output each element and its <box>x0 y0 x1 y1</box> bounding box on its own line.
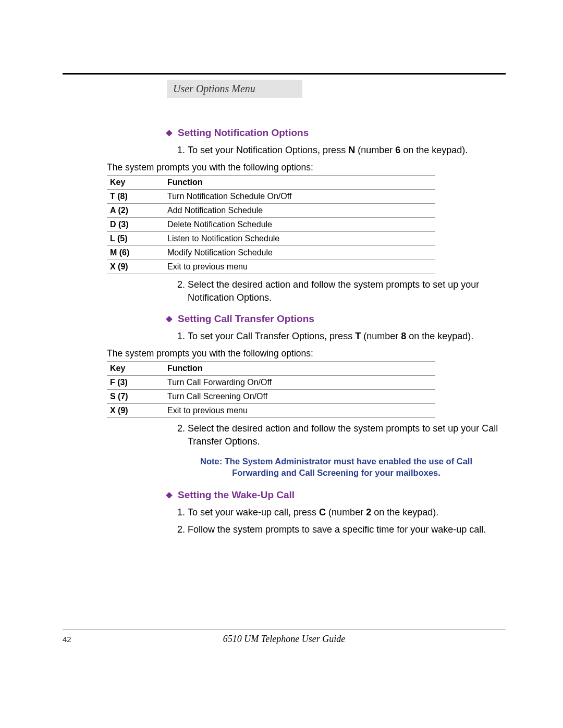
cell-func: Delete Notification Schedule <box>164 218 435 232</box>
header-tag: User Options Menu <box>167 80 302 98</box>
diamond-icon <box>166 130 173 137</box>
cell-func: Listen to Notification Schedule <box>164 232 435 246</box>
cell-key: D (3) <box>107 218 164 232</box>
step-item: Select the desired action and follow the… <box>188 278 506 304</box>
diamond-icon <box>166 492 173 499</box>
step-num: 6 <box>395 145 400 155</box>
table-row: T (8)Turn Notification Schedule On/Off <box>107 190 435 204</box>
th-func: Function <box>164 176 435 190</box>
step-post: on the keypad). <box>400 145 468 155</box>
step-mid: (number <box>355 145 395 155</box>
step-post: on the keypad). <box>406 331 473 341</box>
diamond-icon <box>166 316 173 323</box>
cell-func: Exit to previous menu <box>164 403 435 417</box>
step-item: To set your wake-up call, press C (numbe… <box>188 506 506 519</box>
section-title-wakeup: Setting the Wake-Up Call <box>167 489 506 501</box>
step-mid: (number <box>361 331 401 341</box>
step-item: Follow the system prompts to save a spec… <box>188 523 506 536</box>
table-row: X (9)Exit to previous menu <box>107 260 435 274</box>
table-head-row: Key Function <box>107 176 435 190</box>
cell-key: L (5) <box>107 232 164 246</box>
th-func: Function <box>164 361 435 375</box>
prompt-text: The system prompts you with the followin… <box>107 162 506 173</box>
table-row: D (3)Delete Notification Schedule <box>107 218 435 232</box>
cell-key: A (2) <box>107 204 164 218</box>
table-row: X (9)Exit to previous menu <box>107 403 435 417</box>
section-title-notification: Setting Notification Options <box>167 127 506 139</box>
page: User Options Menu Setting Notification O… <box>0 0 563 728</box>
cell-key: M (6) <box>107 246 164 260</box>
section-title-text: Setting Notification Options <box>178 127 309 138</box>
table-head-row: Key Function <box>107 361 435 375</box>
table-row: M (6)Modify Notification Schedule <box>107 246 435 260</box>
cell-key: X (9) <box>107 260 164 274</box>
footer-title: 6510 UM Telephone User Guide <box>167 634 506 645</box>
step-pre: To set your Call Transfer Options, press <box>188 331 355 341</box>
cell-func: Modify Notification Schedule <box>164 246 435 260</box>
cell-func: Turn Call Forwarding On/Off <box>164 375 435 389</box>
prompt-text: The system prompts you with the followin… <box>107 348 506 359</box>
admin-note: Note: The System Administrator must have… <box>182 455 490 479</box>
cell-func: Exit to previous menu <box>164 260 435 274</box>
footer: 42 6510 UM Telephone User Guide <box>63 629 506 645</box>
steps-notification: To set your Notification Options, press … <box>188 144 506 157</box>
cell-key: S (7) <box>107 389 164 403</box>
section-title-text: Setting Call Transfer Options <box>178 313 314 324</box>
th-key: Key <box>107 361 164 375</box>
steps-transfer-2: Select the desired action and follow the… <box>188 422 506 448</box>
step-pre: To set your Notification Options, press <box>188 145 348 155</box>
steps-wakeup: To set your wake-up call, press C (numbe… <box>188 506 506 536</box>
cell-key: F (3) <box>107 375 164 389</box>
table-transfer: Key Function F (3)Turn Call Forwarding O… <box>107 361 435 418</box>
top-rule <box>63 73 506 75</box>
table-row: L (5)Listen to Notification Schedule <box>107 232 435 246</box>
page-number: 42 <box>63 635 167 644</box>
left-block-notification: The system prompts you with the followin… <box>107 162 506 274</box>
step-num: 2 <box>366 507 371 517</box>
step-key: C <box>319 507 326 517</box>
section-title-transfer: Setting Call Transfer Options <box>167 313 506 325</box>
step-mid: (number <box>326 507 366 517</box>
th-key: Key <box>107 176 164 190</box>
steps-notification-2: Select the desired action and follow the… <box>188 278 506 304</box>
step-num: 8 <box>401 331 406 341</box>
section-title-text: Setting the Wake-Up Call <box>178 489 295 500</box>
content-area: Setting Notification Options To set your… <box>167 127 506 536</box>
step-item: Select the desired action and follow the… <box>188 422 506 448</box>
cell-func: Add Notification Schedule <box>164 204 435 218</box>
cell-func: Turn Call Screening On/Off <box>164 389 435 403</box>
cell-key: X (9) <box>107 403 164 417</box>
step-key: N <box>348 145 355 155</box>
step-pre: To set your wake-up call, press <box>188 507 319 517</box>
step-post: on the keypad). <box>371 507 438 517</box>
steps-transfer: To set your Call Transfer Options, press… <box>188 330 506 343</box>
table-row: F (3)Turn Call Forwarding On/Off <box>107 375 435 389</box>
cell-key: T (8) <box>107 190 164 204</box>
step-item: To set your Call Transfer Options, press… <box>188 330 506 343</box>
table-row: S (7)Turn Call Screening On/Off <box>107 389 435 403</box>
step-key: T <box>355 331 361 341</box>
table-row: A (2)Add Notification Schedule <box>107 204 435 218</box>
step-item: To set your Notification Options, press … <box>188 144 506 157</box>
table-notification: Key Function T (8)Turn Notification Sche… <box>107 175 435 274</box>
cell-func: Turn Notification Schedule On/Off <box>164 190 435 204</box>
left-block-transfer: The system prompts you with the followin… <box>107 348 506 418</box>
